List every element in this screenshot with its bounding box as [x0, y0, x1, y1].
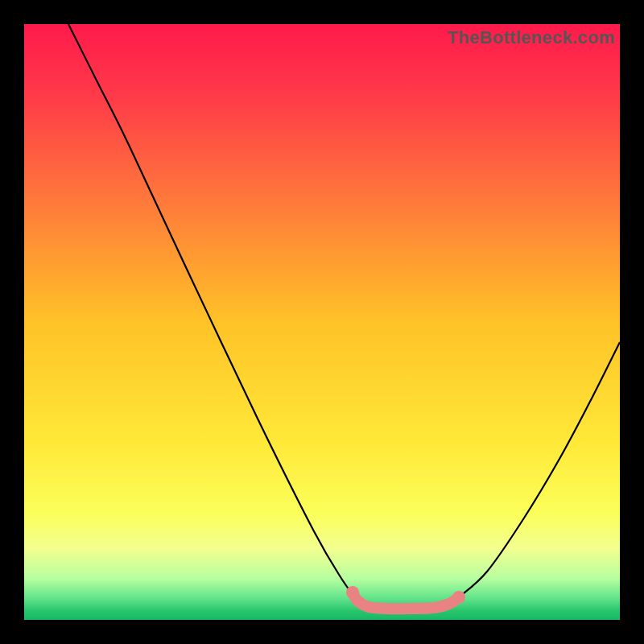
curves-layer: [24, 24, 620, 620]
valley-marker: [346, 586, 359, 599]
chart-frame: TheBottleneck.com: [0, 0, 644, 644]
series-curve-right: [459, 342, 620, 597]
plot-area: TheBottleneck.com: [24, 24, 620, 620]
watermark-text: TheBottleneck.com: [448, 27, 615, 48]
series-valley-pink: [353, 592, 459, 609]
series-curve-left: [68, 24, 354, 596]
valley-marker: [452, 591, 465, 604]
